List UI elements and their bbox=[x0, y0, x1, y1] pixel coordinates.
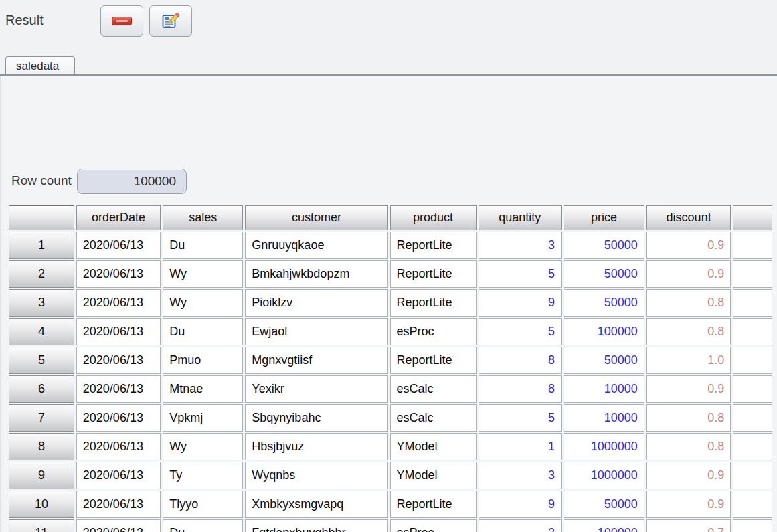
cell-orderDate[interactable]: 2020/06/13 bbox=[76, 347, 161, 374]
column-header-customer[interactable]: customer bbox=[245, 205, 387, 230]
cell-price[interactable]: 50000 bbox=[564, 289, 644, 317]
cell-discount[interactable]: 1.0 bbox=[646, 347, 731, 374]
cell-sales[interactable]: Du bbox=[163, 318, 243, 345]
row-header[interactable]: 4 bbox=[9, 318, 74, 345]
cell-customer[interactable]: Pioiklzv bbox=[245, 289, 387, 317]
cell-partial[interactable] bbox=[733, 462, 772, 489]
column-header-discount[interactable]: discount bbox=[646, 205, 731, 230]
cell-quantity[interactable]: 1 bbox=[479, 433, 562, 460]
row-header[interactable]: 7 bbox=[9, 404, 74, 432]
cell-discount[interactable]: 0.9 bbox=[646, 232, 731, 259]
cell-price[interactable]: 100000 bbox=[564, 318, 644, 345]
cell-price[interactable]: 1000000 bbox=[564, 462, 644, 489]
row-header[interactable]: 3 bbox=[9, 289, 74, 317]
cell-discount[interactable]: 0.9 bbox=[646, 375, 731, 403]
cell-partial[interactable] bbox=[733, 289, 772, 317]
column-header-orderDate[interactable]: orderDate bbox=[76, 205, 161, 230]
cell-partial[interactable] bbox=[733, 404, 772, 432]
cell-quantity[interactable]: 2 bbox=[479, 519, 562, 532]
cell-customer[interactable]: Yexikr bbox=[245, 375, 387, 403]
row-header[interactable]: 8 bbox=[9, 433, 74, 460]
cell-quantity[interactable]: 5 bbox=[479, 404, 562, 432]
row-header[interactable]: 1 bbox=[9, 232, 74, 259]
cell-discount[interactable]: 0.8 bbox=[646, 289, 731, 317]
cell-product[interactable]: ReportLite bbox=[390, 289, 477, 317]
cell-quantity[interactable]: 3 bbox=[479, 462, 562, 489]
cell-customer[interactable]: Gnruuyqkaoe bbox=[245, 232, 387, 259]
cell-discount[interactable]: 0.8 bbox=[646, 433, 731, 460]
cell-orderDate[interactable]: 2020/06/13 bbox=[76, 232, 161, 259]
row-header[interactable]: 10 bbox=[9, 491, 74, 518]
cell-sales[interactable]: Ty bbox=[163, 462, 243, 489]
cell-price[interactable]: 50000 bbox=[564, 347, 644, 374]
cell-orderDate[interactable]: 2020/06/13 bbox=[76, 519, 161, 532]
row-header[interactable]: 5 bbox=[9, 347, 74, 374]
column-header-sales[interactable]: sales bbox=[163, 205, 243, 230]
cell-product[interactable]: esProc bbox=[390, 519, 477, 532]
cell-discount[interactable]: 0.9 bbox=[646, 462, 731, 489]
cell-quantity[interactable]: 8 bbox=[479, 347, 562, 374]
cell-price[interactable]: 50000 bbox=[564, 232, 644, 259]
cell-orderDate[interactable]: 2020/06/13 bbox=[76, 433, 161, 460]
cell-customer[interactable]: Hbsjbjvuz bbox=[245, 433, 387, 460]
cell-sales[interactable]: Wy bbox=[163, 433, 243, 460]
cell-product[interactable]: ReportLite bbox=[390, 232, 477, 259]
column-header-partial[interactable] bbox=[733, 205, 772, 230]
cell-customer[interactable]: Fqtdapxbuvghbhr bbox=[245, 519, 387, 532]
cell-discount[interactable]: 0.9 bbox=[646, 491, 731, 518]
cell-sales[interactable]: Pmuo bbox=[163, 347, 243, 374]
cell-sales[interactable]: Vpkmj bbox=[163, 404, 243, 432]
cell-partial[interactable] bbox=[733, 347, 772, 374]
cell-orderDate[interactable]: 2020/06/13 bbox=[76, 289, 161, 317]
cell-orderDate[interactable]: 2020/06/13 bbox=[76, 260, 161, 288]
row-header[interactable]: 6 bbox=[9, 375, 74, 403]
cell-partial[interactable] bbox=[733, 491, 772, 518]
cell-price[interactable]: 100000 bbox=[564, 519, 644, 532]
cell-sales[interactable]: Wy bbox=[163, 289, 243, 317]
cell-product[interactable]: esProc bbox=[390, 318, 477, 345]
cell-orderDate[interactable]: 2020/06/13 bbox=[76, 404, 161, 432]
cell-customer[interactable]: Ewjaol bbox=[245, 318, 387, 345]
cell-partial[interactable] bbox=[733, 375, 772, 403]
cell-customer[interactable]: Wyqnbs bbox=[245, 462, 387, 489]
cell-partial[interactable] bbox=[733, 433, 772, 460]
corner-header[interactable] bbox=[9, 205, 74, 230]
cell-orderDate[interactable]: 2020/06/13 bbox=[76, 462, 161, 489]
tab-saledata[interactable]: saledata bbox=[5, 56, 75, 75]
cell-sales[interactable]: Du bbox=[163, 519, 243, 532]
edit-result-button[interactable] bbox=[149, 5, 192, 37]
cell-quantity[interactable]: 5 bbox=[479, 260, 562, 288]
cell-product[interactable]: ReportLite bbox=[390, 347, 477, 374]
cell-discount[interactable]: 0.8 bbox=[646, 404, 731, 432]
cell-product[interactable]: esCalc bbox=[390, 375, 477, 403]
cell-price[interactable]: 10000 bbox=[564, 375, 644, 403]
cell-sales[interactable]: Tlyyo bbox=[163, 491, 243, 518]
cell-partial[interactable] bbox=[733, 318, 772, 345]
cell-partial[interactable] bbox=[733, 519, 772, 532]
cell-customer[interactable]: Mgnxvgtiisf bbox=[245, 347, 387, 374]
cell-product[interactable]: YModel bbox=[390, 433, 477, 460]
cell-quantity[interactable]: 3 bbox=[479, 232, 562, 259]
cell-discount[interactable]: 0.8 bbox=[646, 318, 731, 345]
cell-product[interactable]: esCalc bbox=[390, 404, 477, 432]
cell-partial[interactable] bbox=[733, 232, 772, 259]
cell-partial[interactable] bbox=[733, 260, 772, 288]
remove-result-button[interactable] bbox=[100, 5, 143, 37]
cell-orderDate[interactable]: 2020/06/13 bbox=[76, 318, 161, 345]
cell-product[interactable]: ReportLite bbox=[390, 260, 477, 288]
cell-quantity[interactable]: 9 bbox=[479, 491, 562, 518]
cell-customer[interactable]: Bmkahjwkbdopzm bbox=[245, 260, 387, 288]
cell-sales[interactable]: Mtnae bbox=[163, 375, 243, 403]
cell-discount[interactable]: 0.9 bbox=[646, 260, 731, 288]
cell-quantity[interactable]: 9 bbox=[479, 289, 562, 317]
column-header-quantity[interactable]: quantity bbox=[479, 205, 562, 230]
cell-quantity[interactable]: 5 bbox=[479, 318, 562, 345]
row-header[interactable]: 11 bbox=[9, 519, 74, 532]
cell-orderDate[interactable]: 2020/06/13 bbox=[76, 491, 161, 518]
cell-price[interactable]: 50000 bbox=[564, 260, 644, 288]
cell-sales[interactable]: Du bbox=[163, 232, 243, 259]
column-header-price[interactable]: price bbox=[564, 205, 644, 230]
cell-customer[interactable]: Sbqynyibahc bbox=[245, 404, 387, 432]
cell-orderDate[interactable]: 2020/06/13 bbox=[76, 375, 161, 403]
row-header[interactable]: 2 bbox=[9, 260, 74, 288]
